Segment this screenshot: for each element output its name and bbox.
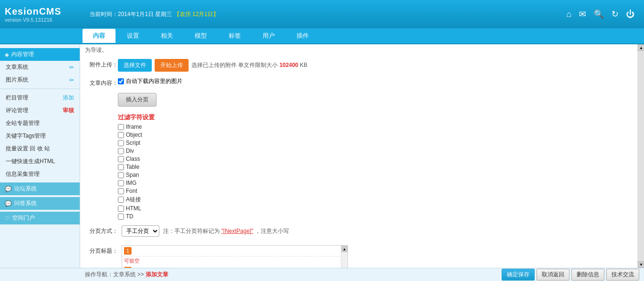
sidebar-label-image: 图片系统 [6, 76, 28, 84]
sidebar-item-image[interactable]: 图片系统 ✏ [0, 74, 80, 86]
sidebar-section-qa[interactable]: 💬 问答系统 [0, 197, 80, 210]
filter-label-td: TD [126, 213, 133, 220]
filter-checkbox-alink[interactable] [118, 197, 124, 203]
forum-label: 论坛系统 [14, 185, 37, 193]
page-badge-1: 1 [124, 247, 132, 255]
filter-item-span: Span [118, 172, 644, 178]
upload-hint-text: 选择已上传的附件 单文件限制大小 [191, 62, 278, 68]
qa-label: 问答系统 [14, 199, 37, 207]
upload-button[interactable]: 开始上传 [155, 59, 189, 72]
tab-related[interactable]: 相关 [150, 29, 183, 43]
filter-label-div: Div [126, 148, 134, 154]
sidebar-item-comment[interactable]: 评论管理 审核 [0, 104, 80, 117]
filter-checkbox-span[interactable] [118, 172, 124, 178]
filter-checkbox-div[interactable] [118, 148, 124, 154]
filter-item-html: HTML [118, 205, 644, 212]
page-title-input-1[interactable] [133, 248, 346, 254]
filter-label-table: Table [126, 164, 140, 170]
sidebar-item-keywords[interactable]: 关键字Tags管理 [0, 130, 80, 142]
page-note-suffix: ，注意大小写 [255, 228, 289, 234]
upload-unit: KB [300, 62, 307, 68]
tech-button[interactable]: 技术交流 [606, 269, 639, 281]
cancel-button[interactable]: 取消返回 [537, 269, 570, 281]
filter-item-iframe: Iframe [118, 124, 644, 130]
save-button[interactable]: 确定保存 [502, 269, 535, 281]
tab-users[interactable]: 用户 [252, 29, 285, 43]
filter-checkbox-font[interactable] [118, 188, 124, 194]
breadcrumb-prefix: 操作导航：文章系统 >> [85, 271, 146, 278]
filter-checkbox-table[interactable] [118, 164, 124, 170]
sidebar-section-label: 内容管理 [11, 50, 34, 58]
insert-page-button[interactable]: 插入分页 [118, 93, 157, 107]
filter-item-font: Font [118, 188, 644, 194]
home-icon[interactable]: ⌂ [566, 9, 571, 19]
filter-checkbox-class[interactable] [118, 156, 124, 162]
mail-icon[interactable]: ✉ [579, 9, 586, 19]
review-label[interactable]: 审核 [63, 107, 74, 115]
page-note-prefix: 注：手工分页符标记为 [163, 228, 220, 234]
box-scrollbar: ▲ ▼ [341, 246, 347, 268]
select-file-button[interactable]: 选择文件 [118, 59, 152, 72]
filter-checkbox-html[interactable] [118, 206, 124, 212]
tab-settings[interactable]: 设置 [116, 29, 149, 43]
qa-icon: 💬 [5, 200, 12, 207]
filter-label-span: Span [126, 172, 139, 178]
tab-tags[interactable]: 标签 [218, 29, 251, 43]
filter-checkbox-script[interactable] [118, 140, 124, 146]
auto-download-checkbox[interactable] [118, 78, 124, 84]
sidebar-item-collect[interactable]: 信息采集管理 [0, 168, 80, 181]
filter-item-alink: A链接 [118, 196, 644, 204]
page-title-item-1: 1 [122, 246, 347, 256]
scroll-up-btn[interactable]: ▲ [638, 44, 644, 51]
filter-checkbox-iframe[interactable] [118, 124, 124, 130]
space-label: 空间门户 [12, 214, 35, 222]
tab-plugins[interactable]: 插件 [286, 29, 319, 43]
logo-title: KesionCMS [5, 6, 85, 17]
content-area: 为导读。 附件上传： 选择文件 开始上传 选择已上传的附件 单文件限制大小 10… [80, 44, 644, 268]
filter-checkbox-object[interactable] [118, 132, 124, 138]
sidebar-item-special[interactable]: 全站专题管理 [0, 117, 80, 130]
sidebar-section-forum[interactable]: 💬 论坛系统 [0, 182, 80, 195]
sidebar-item-batch[interactable]: 批量设置 回 收 站 [0, 142, 80, 155]
filter-item-script: Script [118, 140, 644, 146]
scrollbar-up-btn[interactable]: ▲ [341, 246, 348, 252]
page-titles-row: 分页标题： 1 可留空 2 ▲ [80, 242, 644, 268]
filter-item-div: Div [118, 148, 644, 154]
date-link[interactable]: 【农历 12月1日】 [174, 11, 219, 17]
filter-checkbox-td[interactable] [118, 214, 124, 220]
space-icon: ♡ [5, 215, 10, 222]
breadcrumb-link[interactable]: 添加文章 [146, 271, 168, 278]
top-note: 为导读。 [80, 44, 644, 56]
top-header: KesionCMS version V9.5.131216 当前时间：2014年… [0, 0, 644, 28]
refresh-icon[interactable]: ↻ [611, 9, 619, 19]
filter-item-td: TD [118, 213, 644, 220]
edit-icon-image[interactable]: ✏ [69, 77, 74, 83]
pagination-select[interactable]: 手工分页 自动分页 [122, 225, 159, 237]
filter-checkbox-img[interactable] [118, 180, 124, 186]
sidebar-section-space[interactable]: ♡ 空间门户 [0, 212, 80, 224]
sidebar-item-article[interactable]: 文章系统 ✏ [0, 61, 80, 74]
breadcrumb-area: 操作导航：文章系统 >> 添加文章 [0, 271, 502, 279]
auto-download-label: 自动下载内容里的图片 [118, 77, 182, 85]
upload-info: 选择已上传的附件 单文件限制大小 102400 KB [191, 59, 307, 69]
page-note-mark[interactable]: "[NextPage]" [221, 228, 253, 234]
insert-btn-row: 插入分页 [80, 90, 644, 109]
search-icon[interactable]: 🔍 [594, 9, 604, 19]
sidebar-item-column[interactable]: 栏目管理 添加 [0, 91, 80, 104]
edit-icon-article[interactable]: ✏ [69, 64, 74, 71]
tab-content[interactable]: 内容 [83, 29, 116, 43]
pagination-note: 注：手工分页符标记为 "[NextPage]" ，注意大小写 [163, 227, 289, 235]
power-icon[interactable]: ⏻ [626, 9, 635, 19]
tab-model[interactable]: 模型 [184, 29, 217, 43]
article-content-label: 文章内容： [85, 77, 118, 87]
delete-button[interactable]: 删除信息 [571, 269, 604, 281]
column-label: 栏目管理 [6, 94, 28, 102]
scroll-down-btn[interactable]: ▼ [638, 261, 644, 268]
sidebar-item-generate[interactable]: 一键快速生成HTML [0, 155, 80, 168]
sidebar-divider1 [0, 89, 80, 89]
action-buttons: 确定保存 取消返回 删除信息 技术交流 [502, 269, 644, 281]
page-titles-content: 1 可留空 2 ▲ ▼ [122, 245, 639, 268]
filter-title-text: 过滤字符设置 [118, 114, 155, 121]
add-label[interactable]: 添加 [63, 94, 74, 102]
pagination-method-row: 分页方式： 手工分页 自动分页 注：手工分页符标记为 "[NextPage]" … [80, 223, 644, 242]
